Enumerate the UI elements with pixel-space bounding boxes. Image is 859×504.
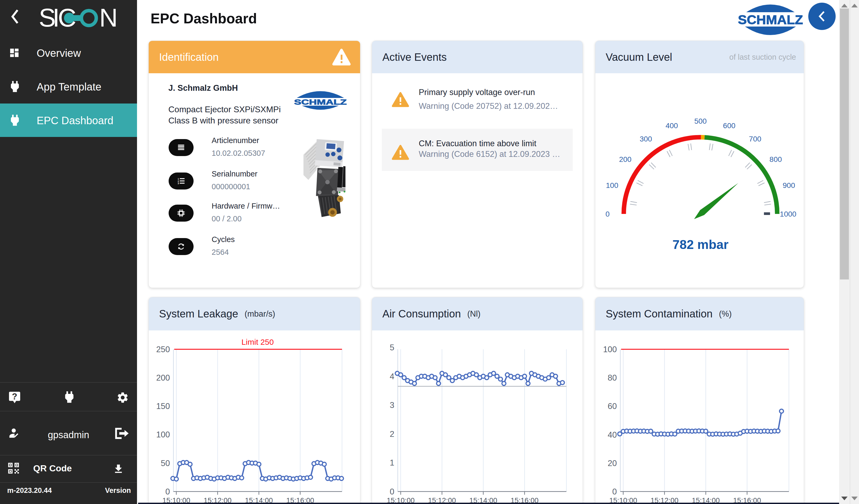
- svg-text:700: 700: [749, 135, 761, 143]
- svg-text:782 mbar: 782 mbar: [673, 238, 729, 251]
- svg-text:20: 20: [608, 459, 617, 468]
- svg-text:0: 0: [390, 487, 394, 496]
- svg-text:N: N: [99, 7, 118, 28]
- svg-text:0: 0: [165, 487, 170, 496]
- svg-text:60: 60: [608, 401, 617, 411]
- svg-text:3: 3: [390, 400, 394, 410]
- svg-text:1000: 1000: [780, 210, 796, 218]
- svg-text:1: 1: [390, 458, 394, 468]
- svg-text:400: 400: [665, 122, 678, 130]
- svg-text:250: 250: [156, 345, 170, 354]
- svg-text:100: 100: [606, 181, 618, 189]
- svg-text:200: 200: [156, 373, 170, 382]
- svg-text:4: 4: [390, 372, 394, 381]
- svg-text:600: 600: [723, 122, 736, 130]
- svg-text:300: 300: [640, 135, 652, 143]
- svg-text:SCHMALZ: SCHMALZ: [294, 98, 347, 106]
- svg-text:900: 900: [783, 181, 795, 189]
- svg-text:SCHMALZ: SCHMALZ: [738, 13, 803, 27]
- svg-text:800: 800: [769, 155, 782, 164]
- svg-text:100: 100: [603, 345, 617, 354]
- svg-text:2: 2: [390, 429, 394, 439]
- svg-text:200: 200: [619, 155, 631, 164]
- svg-text:?: ?: [12, 392, 17, 401]
- svg-text:80: 80: [608, 373, 617, 382]
- svg-text:40: 40: [608, 430, 617, 440]
- svg-text:0: 0: [612, 487, 617, 496]
- svg-text:0: 0: [605, 210, 610, 218]
- svg-text:3: 3: [178, 182, 179, 185]
- svg-text:100: 100: [156, 430, 170, 439]
- svg-text:150: 150: [156, 401, 170, 411]
- svg-text:5: 5: [390, 343, 394, 352]
- svg-text:50: 50: [161, 459, 170, 468]
- svg-text:500: 500: [694, 117, 707, 125]
- svg-text:Limit 250: Limit 250: [241, 338, 274, 346]
